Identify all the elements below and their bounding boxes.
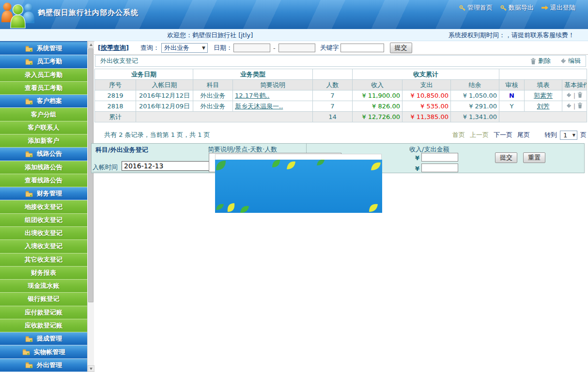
col-balance: 结余 (451, 80, 499, 90)
delete-button[interactable]: 删除 (530, 57, 551, 65)
header-nav-item[interactable]: 管理首页 (459, 3, 493, 12)
sidebar-item-label: 应收款登记账 (25, 321, 62, 330)
form-subject-label: 科目/外出业务登记 (95, 146, 148, 154)
group-header-type: 业务类型 (193, 69, 313, 80)
delete-icon[interactable] (577, 92, 583, 98)
cell-income: ¥ 826.00 (353, 101, 402, 112)
date-from-input[interactable] (233, 44, 270, 52)
sidebar-item-label: 出境收支登记 (25, 229, 62, 238)
desc-link[interactable]: 新乡天沐温泉一.. (235, 103, 283, 110)
totals-people: 14 (313, 112, 353, 122)
totals-balance: ¥ 1,341.00 (451, 112, 499, 122)
sidebar-item[interactable]: 客户档案 (0, 95, 87, 108)
page-suffix: 页 (580, 131, 587, 139)
sidebar-item[interactable]: 财务管理 (0, 187, 87, 200)
sidebar-item[interactable]: 应付款登记账 (0, 306, 87, 319)
filler-link[interactable]: 郭素芳 (534, 92, 553, 99)
sidebar-item[interactable]: 地接收支登记 (0, 200, 87, 213)
app-title: 鹤壁假日旅行社内部办公系统 (38, 8, 139, 17)
form-date-input[interactable] (122, 161, 210, 171)
sidebar-item[interactable]: 客户分组 (0, 108, 87, 121)
section-title-bar: 外出收支登记 删除 编辑 (95, 55, 586, 67)
form-reset-button[interactable]: 重置 (523, 152, 545, 163)
records-tbody: 28192016年12月12日外出业务12.17号鹤..7¥ 11,900.00… (95, 90, 587, 122)
prev-page-link[interactable]: 上一页 (470, 131, 489, 139)
sidebar-item[interactable]: 财务报表 (0, 267, 87, 280)
cell-balance: ¥ 291.00 (451, 101, 499, 112)
desc-link[interactable]: 12.17号鹤.. (235, 92, 269, 99)
date-to-input[interactable] (279, 44, 315, 52)
sidebar-item[interactable]: 入境收支登记 (0, 240, 87, 253)
edit-button[interactable]: 编辑 (560, 57, 581, 65)
sidebar-item[interactable]: 添加线路公告 (0, 161, 87, 174)
delete-icon[interactable] (577, 103, 583, 108)
form-submit-button[interactable]: 提交 (495, 152, 517, 163)
query-type-select[interactable]: 外出业务 ▼ (161, 43, 208, 53)
folder-icon (25, 191, 33, 197)
col-desc: 简要说明 (233, 80, 313, 90)
sidebar-item-label: 地接收支登记 (25, 203, 62, 211)
sidebar-item[interactable]: 提成管理 (0, 332, 87, 345)
folder-icon (25, 336, 33, 342)
col-ops: 基本操作 (562, 80, 587, 90)
sidebar-item-label: 录入员工考勤 (25, 71, 62, 79)
sidebar-item-label: 入境收支登记 (25, 242, 62, 251)
group-header-date: 业务日期 (95, 69, 193, 80)
scroll-down-button[interactable] (88, 365, 94, 372)
sidebar-scrollbar[interactable] (87, 41, 94, 372)
sidebar-item[interactable]: 客户联系人 (0, 121, 87, 134)
license-expiry-text: 系统授权到期时间：，请提前联系客服续费！ (449, 31, 574, 40)
sidebar-item[interactable]: 现金流水账 (0, 280, 87, 293)
sidebar-item[interactable]: 银行账登记 (0, 293, 87, 306)
sidebar-item[interactable]: 实物帐管理 (0, 345, 87, 358)
query-submit-button[interactable]: 提交 (390, 43, 412, 53)
currency-symbol: ¥ (415, 154, 419, 162)
goto-label: 转到 (544, 131, 557, 139)
first-page-link[interactable]: 首页 (452, 131, 465, 139)
header-nav-item[interactable]: 退出登陆 (542, 3, 575, 12)
sidebar-item[interactable]: 录入员工考勤 (0, 69, 87, 82)
col-date: 入帐日期 (136, 80, 193, 90)
page-number-select[interactable]: 1 ▼ (560, 131, 577, 140)
sidebar-item-label: 客户分组 (31, 110, 56, 119)
welcome-text: 欢迎您：鹤壁假日旅行社 [jtly] (167, 31, 253, 40)
currency-symbol: ¥ (415, 165, 419, 172)
scrollbar-thumb[interactable] (88, 48, 93, 302)
sidebar-item[interactable]: 查看线路公告 (0, 174, 87, 187)
sidebar-item[interactable]: 线路公告 (0, 148, 87, 161)
sidebar-item[interactable]: 外出管理 (0, 359, 87, 372)
form-desc-label-prefix: 简要说明/ (208, 146, 235, 153)
sidebar-item[interactable]: 添加新客户 (0, 134, 87, 148)
sidebar-item[interactable]: 查看员工考勤 (0, 82, 87, 95)
sidebar-item-label: 添加线路公告 (25, 163, 62, 172)
keyword-input[interactable] (340, 44, 384, 52)
totals-income: ¥ 12,726.00 (353, 112, 402, 122)
date-label: 日期： (214, 44, 232, 52)
scroll-up-button[interactable] (88, 41, 94, 48)
sidebar-item-label: 添加新客户 (28, 136, 60, 145)
sidebar-item-label: 线路公告 (37, 149, 62, 158)
sidebar-item-label: 查看员工考勤 (25, 84, 62, 92)
sidebar-item-label: 员工考勤 (37, 57, 62, 66)
sidebar-item[interactable]: 应收款登记账 (0, 319, 87, 332)
sidebar-item[interactable]: 组团收支登记 (0, 214, 87, 227)
edit-icon[interactable] (566, 92, 572, 98)
sidebar-item[interactable]: 其它收支登记 (0, 253, 87, 267)
sidebar-item-label: 提成管理 (37, 334, 62, 343)
form-income-input[interactable] (421, 153, 458, 162)
cell-audit: N (499, 90, 525, 101)
sidebar-item[interactable]: 出境收支登记 (0, 227, 87, 240)
form-expense-input[interactable] (421, 164, 458, 172)
filler-link[interactable]: 刘芳 (537, 103, 550, 110)
sidebar-item[interactable]: 员工考勤 (0, 55, 87, 68)
season-query-link[interactable]: [按季查询] (98, 44, 129, 52)
next-page-link[interactable]: 下一页 (494, 131, 512, 139)
last-page-link[interactable]: 尾页 (517, 131, 530, 139)
edit-icon[interactable] (566, 103, 572, 108)
sidebar-item[interactable]: 系统管理 (0, 42, 87, 55)
cell-expense: ¥ 10,850.00 (402, 90, 451, 101)
group-header-amounts: 收支累计 (353, 69, 499, 80)
cell-seq: 2818 (95, 101, 136, 112)
sidebar-item-label: 财务管理 (37, 189, 62, 198)
header-nav-item[interactable]: 数据导出 (500, 3, 534, 12)
